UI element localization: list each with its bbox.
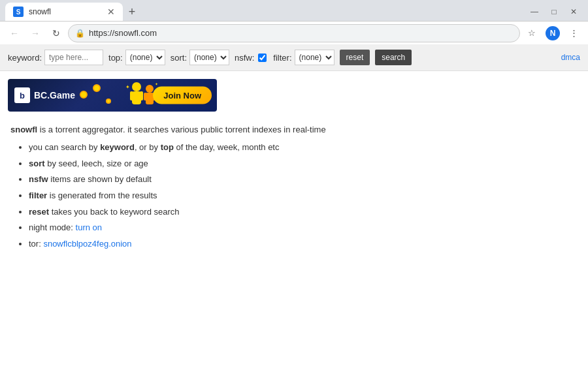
active-tab[interactable]: S snowfl ✕ xyxy=(5,3,123,21)
address-bar[interactable]: 🔒 https://snowfl.com xyxy=(68,24,520,42)
intro-text: is a torrent aggregator. it searches var… xyxy=(37,125,326,134)
close-button[interactable]: ✕ xyxy=(564,3,583,21)
reset-bold: reset xyxy=(29,207,49,217)
dmca-link[interactable]: dmca xyxy=(561,53,580,62)
tab-favicon: S xyxy=(13,7,24,17)
coin-decoration-2 xyxy=(93,84,101,92)
list-item: reset takes you back to keyword search xyxy=(29,204,578,221)
list-item: sort by seed, leech, size or age xyxy=(29,156,578,172)
sort-select[interactable]: (none) seed leech size age xyxy=(189,50,229,65)
svg-rect-2 xyxy=(130,91,133,100)
info-list: you can search by keyword, or by top of … xyxy=(10,140,578,253)
keyword-input[interactable] xyxy=(44,50,103,65)
tab-title: snowfl xyxy=(29,7,51,16)
svg-rect-1 xyxy=(132,91,141,104)
list-item: nsfw items are shown by default xyxy=(29,172,578,188)
tor-link[interactable]: snowflcblpoz4feg.onion xyxy=(43,239,131,249)
sort-group: sort: (none) seed leech size age xyxy=(171,50,229,65)
list-item: filter is generated from the results xyxy=(29,188,578,204)
ad-banner: b BC.Game ✦ ✦ Join Now xyxy=(8,79,217,112)
minimize-button[interactable]: — xyxy=(525,3,544,21)
profile-avatar: N xyxy=(546,26,560,40)
coin-decoration-3 xyxy=(106,99,111,104)
keyword-group: keyword: xyxy=(8,50,103,65)
bc-logo: b xyxy=(14,87,30,103)
forward-button[interactable]: → xyxy=(26,24,44,42)
url-text: https://snowfl.com xyxy=(89,28,513,38)
top-label: top: xyxy=(108,53,123,63)
svg-text:✦: ✦ xyxy=(125,84,130,90)
ad-logo-section: b BC.Game xyxy=(8,87,75,103)
info-section: snowfl is a torrent aggregator. it searc… xyxy=(0,119,588,263)
coin-decoration-1 xyxy=(80,91,88,99)
ad-brand-name: BC.Game xyxy=(34,90,75,100)
info-intro: snowfl is a torrent aggregator. it searc… xyxy=(10,125,578,134)
nsfw-bold: nsfw xyxy=(29,174,48,184)
filter-group: filter: (none) xyxy=(273,50,334,65)
search-toolbar: keyword: top: (none) day week month sort… xyxy=(0,44,588,71)
search-button[interactable]: search xyxy=(375,50,412,65)
navigation-bar: ← → ↻ 🔒 https://snowfl.com ☆ N ⋮ xyxy=(0,21,588,44)
filter-bold: filter xyxy=(29,191,47,200)
site-name-bold: snowfl xyxy=(10,125,37,134)
reset-button[interactable]: reset xyxy=(340,50,370,65)
profile-button[interactable]: N xyxy=(544,24,562,42)
sort-label: sort: xyxy=(171,53,187,63)
bookmark-button[interactable]: ☆ xyxy=(523,24,541,42)
svg-text:✦: ✦ xyxy=(155,82,158,86)
top-select[interactable]: (none) day week month xyxy=(125,50,165,65)
filter-select[interactable]: (none) xyxy=(295,50,335,65)
top-bold: top xyxy=(161,142,174,152)
svg-point-0 xyxy=(132,82,141,91)
lock-icon: 🔒 xyxy=(75,29,85,38)
back-button[interactable]: ← xyxy=(5,24,24,42)
nsfw-checkbox[interactable] xyxy=(258,54,267,62)
svg-point-4 xyxy=(146,85,154,93)
refresh-button[interactable]: ↻ xyxy=(47,24,65,42)
keyword-bold: keyword xyxy=(100,142,135,152)
list-item: you can search by keyword, or by top of … xyxy=(29,140,578,156)
nsfw-group: nsfw: xyxy=(235,53,268,63)
keyword-label: keyword: xyxy=(8,53,42,63)
join-now-button[interactable]: Join Now xyxy=(153,87,212,104)
top-group: top: (none) day week month xyxy=(108,50,165,65)
list-item: night mode: turn on xyxy=(29,220,578,236)
list-item: tor: snowflcblpoz4feg.onion xyxy=(29,236,578,253)
svg-rect-3 xyxy=(140,91,143,100)
restore-button[interactable]: □ xyxy=(545,3,563,21)
menu-button[interactable]: ⋮ xyxy=(564,24,583,42)
sort-bold: sort xyxy=(29,159,45,168)
nsfw-label: nsfw: xyxy=(235,53,254,63)
new-tab-button[interactable]: + xyxy=(123,3,141,21)
page-content: keyword: top: (none) day week month sort… xyxy=(0,44,588,368)
night-mode-link[interactable]: turn on xyxy=(76,222,102,232)
tab-close-button[interactable]: ✕ xyxy=(107,7,115,16)
filter-label: filter: xyxy=(273,53,291,63)
svg-rect-6 xyxy=(144,93,147,100)
